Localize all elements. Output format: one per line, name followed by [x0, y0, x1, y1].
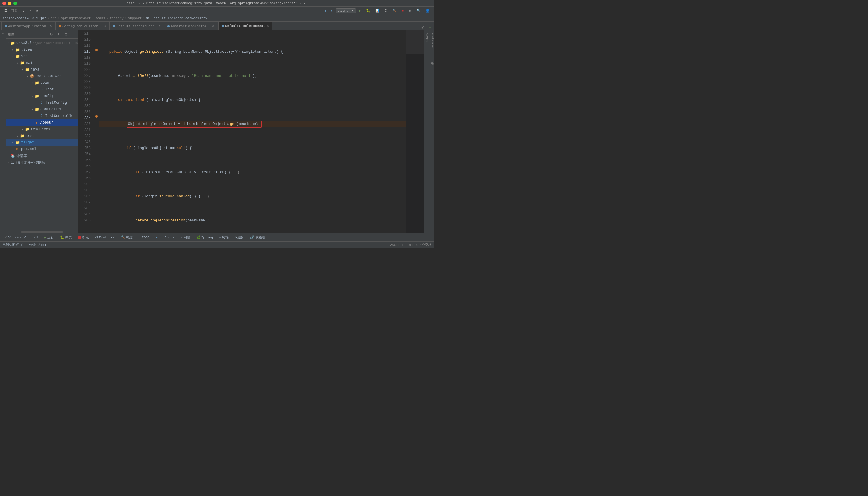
search-icon[interactable]: 🔍	[415, 8, 422, 13]
build-btn[interactable]: 🔨 构建	[119, 234, 135, 240]
tree-item-resources[interactable]: ▸ 📁 resources	[6, 126, 78, 133]
tree-arrow-target[interactable]: ▸	[11, 140, 15, 145]
sidebar-settings-icon[interactable]: ⚙	[63, 31, 69, 37]
luacheck-btn[interactable]: ● LuaCheck	[154, 235, 176, 240]
tree-item-testconfig[interactable]: ▸ C TestConfig	[6, 99, 78, 106]
bookmarks-label[interactable]: Bookmarks	[431, 33, 434, 48]
tree-arrow-config[interactable]: ▾	[30, 94, 34, 98]
tree-item-target[interactable]: ▸ 📁 target	[6, 139, 78, 146]
tree-item-config[interactable]: ▾ 📁 config	[6, 93, 78, 99]
breakpoint-234[interactable]	[95, 115, 98, 118]
coverage-icon[interactable]: 📊	[373, 8, 381, 13]
tree-arrow-test2[interactable]: ▸	[16, 134, 20, 138]
hamburger-icon[interactable]: ☰	[2, 8, 9, 13]
tree-arrow-extlib[interactable]: ▸	[6, 154, 10, 158]
version-control-btn[interactable]: ⎇ Version Control	[2, 235, 40, 240]
more-tabs-icon[interactable]: ⋮	[409, 25, 419, 30]
maven-panel[interactable]: Maven	[424, 30, 430, 233]
settings-icon[interactable]: ⚙	[34, 8, 40, 13]
tree-arrow-tmpfiles[interactable]: ▸	[6, 160, 10, 165]
tab-close-icon[interactable]: ×	[49, 24, 52, 28]
tree-item-test[interactable]: ▸ 📁 test	[6, 133, 78, 139]
breadcrumb-item-1[interactable]: org	[51, 17, 57, 20]
todo-btn[interactable]: ≡ TODO	[137, 235, 151, 240]
tree-item-testcontroller[interactable]: ▸ C TestController	[6, 113, 78, 119]
run-config-selector[interactable]: AppRun ▼	[336, 9, 356, 13]
maximize-button[interactable]	[13, 1, 17, 5]
tree-arrow-idea[interactable]: ▸	[11, 48, 15, 52]
debug-icon[interactable]: 🐛	[365, 8, 372, 13]
code-editor[interactable]: public Object getSingleton(String beanNa…	[99, 30, 406, 233]
tree-item-com[interactable]: ▾ 📦 com.ossa.web	[6, 73, 78, 80]
tree-item-controller[interactable]: ▾ 📁 controller	[6, 106, 78, 113]
breadcrumb-item-2[interactable]: springframework	[61, 17, 91, 20]
breadcrumb-item-6[interactable]: 🏛 DefaultSingletonBeanRegistry	[146, 16, 207, 20]
translate-icon[interactable]: 文	[406, 8, 414, 14]
profile-icon[interactable]: ⏱	[383, 8, 389, 13]
tab-abstract-application-context[interactable]: AbstractApplicationContext.java ×	[1, 22, 56, 30]
maven-label[interactable]: Maven	[425, 33, 429, 42]
tree-arrow-com[interactable]: ▾	[25, 74, 30, 78]
window-controls[interactable]	[2, 1, 17, 5]
refresh-icon[interactable]: ⟳	[48, 31, 55, 37]
tab-configurable-listable[interactable]: ConfigurableListableBeanFactory.java ×	[56, 22, 110, 30]
tree-arrow-resources[interactable]: ▸	[20, 127, 25, 131]
tab-close-icon[interactable]: ×	[266, 24, 269, 28]
tree-arrow-root[interactable]: ▾	[6, 41, 10, 45]
expand-editor-icon[interactable]: ⤢	[419, 25, 427, 30]
sidebar-close-icon[interactable]: —	[70, 31, 76, 37]
tab-abstract-bean-factory[interactable]: AbstractBeanFactory.java ×	[164, 22, 218, 30]
collapse-all-icon[interactable]: ⬆	[56, 31, 62, 37]
breakpoint-217[interactable]	[95, 49, 98, 51]
tree-item-src[interactable]: ▾ 📁 src	[6, 53, 78, 60]
services-btn[interactable]: ⚙ 服务	[233, 234, 246, 240]
nav-forward-icon[interactable]: ▶	[329, 8, 335, 13]
tab-default-listable[interactable]: DefaultListableBeanFactory.java ×	[110, 22, 164, 30]
tree-item-tmpfiles[interactable]: ▸ 🗂 临时文件和控制台	[6, 159, 78, 166]
breakpoints-btn[interactable]: ⬤ 断点	[76, 234, 91, 240]
user-icon[interactable]: 👤	[424, 8, 432, 13]
tree-arrow-src[interactable]: ▾	[11, 54, 15, 59]
problems-btn[interactable]: ⚠ 问题	[179, 234, 192, 240]
spring-btn[interactable]: 🌿 Spring	[195, 235, 215, 240]
run-btn[interactable]: ▶ 运行	[43, 234, 56, 240]
minimize-button[interactable]	[8, 1, 12, 5]
breadcrumb-item-5[interactable]: support	[128, 17, 142, 20]
nav-back-icon[interactable]: ◀	[322, 8, 328, 13]
tree-arrow-main[interactable]: ▾	[16, 61, 20, 65]
sync-icon[interactable]: ↻	[20, 8, 26, 13]
tree-item-apprun[interactable]: ▸ ▶ AppRun	[6, 119, 78, 126]
structure-icon[interactable]: ≡	[1, 32, 5, 37]
tree-item-root[interactable]: ▾ 📁 ossa3.0 ~/java/java/seckill-redis/d	[6, 40, 78, 46]
sidebar-scrollbar[interactable]	[6, 231, 78, 233]
check-icon[interactable]: ✓	[427, 25, 434, 30]
tree-item-idea[interactable]: ▸ 📁 .idea	[6, 46, 78, 53]
tab-default-singleton-bean-registry[interactable]: DefaultSingletonBeanRegistry.java ×	[218, 22, 273, 30]
dependencies-btn[interactable]: 🔗 依赖项	[248, 234, 267, 240]
tab-close-icon[interactable]: ×	[211, 24, 215, 28]
tree-item-java[interactable]: ▾ 📁 java	[6, 66, 78, 73]
profiler-btn[interactable]: ⏱ Profiler	[93, 235, 117, 240]
minus-icon[interactable]: −	[41, 9, 47, 13]
close-button[interactable]	[2, 1, 6, 5]
run-icon[interactable]: ▶	[357, 7, 363, 14]
collapse-icon[interactable]: ⇑	[28, 8, 33, 13]
spring-label: Spring	[201, 236, 213, 239]
tab-close-icon[interactable]: ×	[104, 24, 106, 28]
debug-btn[interactable]: 🐛 调试	[58, 234, 74, 240]
breadcrumb-item-3[interactable]: beans	[95, 17, 105, 20]
tree-arrow-java[interactable]: ▾	[20, 67, 25, 72]
tab-close-icon[interactable]: ×	[158, 24, 161, 28]
build-icon[interactable]: 🔨	[391, 8, 399, 13]
tree-arrow-bean[interactable]: ▾	[30, 81, 34, 85]
tree-item-pom[interactable]: ▸ 🗎 pom.xml	[6, 146, 78, 153]
tree-arrow-controller[interactable]: ▾	[30, 107, 34, 111]
tree-item-extlib[interactable]: ▸ 📚 外部库	[6, 153, 78, 159]
tree-item-test-class[interactable]: ▸ C Test	[6, 86, 78, 93]
tree-item-bean[interactable]: ▾ 📁 bean	[6, 80, 78, 86]
terminal-btn[interactable]: ⌨ 终端	[217, 234, 231, 240]
breadcrumb-item-0[interactable]: spring-beans-6.0.2.jar	[2, 17, 46, 20]
stop-icon[interactable]: ■	[400, 9, 405, 13]
breadcrumb-item-4[interactable]: factory	[110, 17, 124, 20]
tree-item-main[interactable]: ▾ 📁 main	[6, 60, 78, 66]
